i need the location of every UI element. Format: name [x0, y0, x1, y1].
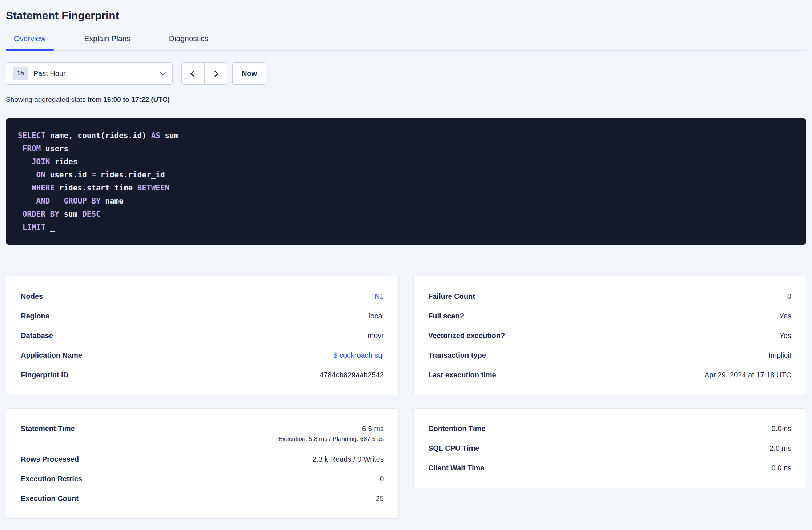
time-range-pager [181, 62, 227, 85]
tab-explain-plans[interactable]: Explain Plans [76, 34, 138, 50]
row-value: Apr 29, 2024 at 17:18 UTC [704, 371, 791, 379]
row-label: Vectorized execution? [428, 332, 505, 340]
time-range-label: Past Hour [33, 69, 66, 78]
application-name-link[interactable]: $ cockroach sql [333, 351, 384, 360]
sql-line: LIMIT _ [18, 221, 794, 234]
row-vectorized-execution: Vectorized execution? Yes [428, 326, 791, 345]
row-nodes: Nodes N1 [21, 286, 384, 306]
row-database: Database movr [21, 326, 384, 345]
stats-range: 16:00 to 17:22 (UTC) [103, 96, 170, 103]
time-controls: 1h Past Hour Now [6, 62, 806, 85]
row-client-wait-time: Client Wait Time 0.0 ns [428, 458, 791, 478]
row-application-name: Application Name $ cockroach sql [21, 345, 384, 365]
row-label: Regions [21, 312, 49, 320]
row-label: Full scan? [428, 312, 464, 320]
tab-bar: Overview Explain Plans Diagnostics [6, 34, 806, 51]
statement-timing-card: Statement Time 6.6 ms Execution: 5.8 ms … [6, 408, 399, 519]
row-value: Yes [779, 332, 791, 340]
row-value: 4784cb829aab2542 [319, 371, 384, 379]
sql-line: FROM users [18, 142, 794, 155]
wait-time-card: Contention Time 0.0 ns SQL CPU Time 2.0 … [413, 408, 806, 488]
row-value: Yes [779, 312, 791, 320]
tab-overview[interactable]: Overview [6, 34, 54, 50]
sql-line: ORDER BY sum DESC [18, 208, 794, 221]
row-label: Rows Processed [21, 455, 79, 463]
details-cards-row: Nodes N1 Regions local Database movr App… [6, 276, 806, 395]
sql-line: AND _ GROUP BY name [18, 194, 794, 208]
row-statement-time: Statement Time 6.6 ms Execution: 5.8 ms … [21, 419, 384, 449]
row-full-scan: Full scan? Yes [428, 306, 791, 326]
row-label: Last execution time [428, 371, 496, 379]
sql-line: ON users.id = rides.rider_id [18, 168, 794, 181]
row-value: 2.0 ms [769, 444, 791, 453]
row-label: SQL CPU Time [428, 444, 479, 453]
row-value: movr [368, 332, 384, 340]
statement-fingerprint-page: Statement Fingerprint Overview Explain P… [0, 9, 812, 527]
row-rows-processed: Rows Processed 2.3 k Reads / 0 Writes [21, 449, 384, 469]
aggregated-stats-line: Showing aggregated stats from 16:00 to 1… [6, 96, 806, 104]
execution-attributes-card: Failure Count 0 Full scan? Yes Vectorize… [413, 276, 806, 395]
row-value: local [369, 312, 384, 320]
row-value: 6.6 ms [362, 423, 384, 434]
previous-range-button[interactable] [182, 63, 204, 84]
row-label: Statement Time [21, 423, 75, 434]
row-value: 0 [380, 475, 384, 483]
row-transaction-type: Transaction type Implicit [428, 345, 791, 365]
row-label: Transaction type [428, 351, 486, 360]
row-label: Nodes [21, 292, 43, 301]
row-subvalue: Execution: 5.8 ms / Planning: 687.5 µs [278, 435, 384, 443]
row-label: Execution Count [21, 494, 79, 503]
next-range-button[interactable] [204, 63, 227, 84]
stats-prefix: Showing aggregated stats from [6, 96, 101, 103]
row-label: Execution Retries [21, 475, 82, 483]
row-value: 0.0 ns [772, 425, 791, 433]
row-label: Fingerprint ID [21, 371, 68, 379]
timing-cards-row: Statement Time 6.6 ms Execution: 5.8 ms … [6, 408, 806, 519]
row-fingerprint-id: Fingerprint ID 4784cb829aab2542 [21, 365, 384, 385]
row-execution-retries: Execution Retries 0 [21, 469, 384, 489]
row-label: Contention Time [428, 425, 485, 433]
sql-line: WHERE rides.start_time BETWEEN _ [18, 181, 794, 194]
row-contention-time: Contention Time 0.0 ns [428, 419, 791, 438]
nodes-link[interactable]: N1 [374, 292, 384, 301]
statement-details-card: Nodes N1 Regions local Database movr App… [6, 276, 399, 395]
interval-badge: 1h [13, 67, 28, 80]
chevron-down-icon [160, 70, 166, 76]
row-value: 0 [787, 292, 791, 301]
sql-statement-box: SELECT name, count(rides.id) AS sum FROM… [6, 118, 806, 245]
row-value: 0.0 ns [772, 464, 791, 472]
page-title: Statement Fingerprint [6, 9, 806, 22]
time-range-dropdown[interactable]: 1h Past Hour [6, 62, 173, 85]
row-label: Database [21, 332, 53, 340]
row-last-execution-time: Last execution time Apr 29, 2024 at 17:1… [428, 365, 791, 385]
row-label: Application Name [21, 351, 82, 360]
sql-line: SELECT name, count(rides.id) AS sum [18, 129, 794, 142]
chevron-right-icon [212, 70, 218, 77]
row-regions: Regions local [21, 306, 384, 326]
row-sql-cpu-time: SQL CPU Time 2.0 ms [428, 438, 791, 458]
row-failure-count: Failure Count 0 [428, 286, 791, 306]
row-value: 2.3 k Reads / 0 Writes [313, 455, 384, 463]
sql-line: JOIN rides [18, 155, 794, 168]
row-label: Failure Count [428, 292, 475, 301]
chevron-left-icon [190, 70, 197, 77]
tab-diagnostics[interactable]: Diagnostics [161, 34, 217, 50]
row-execution-count: Execution Count 25 [21, 489, 384, 508]
row-label: Client Wait Time [428, 464, 484, 472]
row-value: Implicit [769, 351, 791, 360]
row-value: 25 [376, 494, 384, 503]
now-button[interactable]: Now [232, 62, 266, 85]
